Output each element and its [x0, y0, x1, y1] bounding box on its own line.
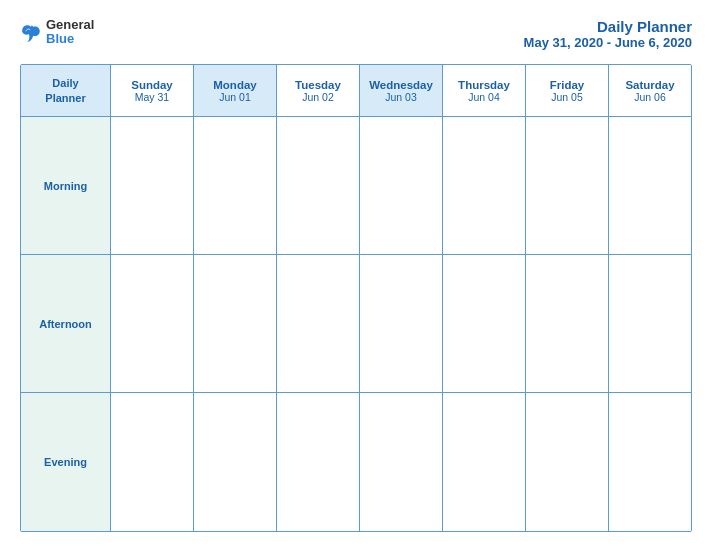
- evening-row: Evening: [21, 393, 691, 531]
- afternoon-label: Afternoon: [39, 318, 92, 330]
- wednesday-name: Wednesday: [369, 79, 433, 91]
- evening-sunday[interactable]: [111, 393, 194, 531]
- tuesday-date: Jun 02: [302, 91, 334, 103]
- morning-sunday[interactable]: [111, 117, 194, 255]
- thursday-date: Jun 04: [468, 91, 500, 103]
- saturday-name: Saturday: [625, 79, 674, 91]
- header-wednesday: Wednesday Jun 03: [360, 65, 443, 117]
- evening-label-cell: Evening: [21, 393, 111, 531]
- afternoon-wednesday[interactable]: [360, 255, 443, 393]
- wednesday-date: Jun 03: [385, 91, 417, 103]
- logo: General Blue: [20, 18, 94, 47]
- header-saturday: Saturday Jun 06: [609, 65, 691, 117]
- morning-saturday[interactable]: [609, 117, 691, 255]
- afternoon-thursday[interactable]: [443, 255, 526, 393]
- morning-label: Morning: [44, 180, 87, 192]
- header: General Blue Daily Planner May 31, 2020 …: [20, 18, 692, 50]
- header-sunday: Sunday May 31: [111, 65, 194, 117]
- evening-monday[interactable]: [194, 393, 277, 531]
- morning-row: Morning: [21, 117, 691, 255]
- header-friday: Friday Jun 05: [526, 65, 609, 117]
- afternoon-monday[interactable]: [194, 255, 277, 393]
- afternoon-label-cell: Afternoon: [21, 255, 111, 393]
- header-row: Daily Planner Sunday May 31 Monday Jun 0…: [21, 65, 691, 117]
- monday-date: Jun 01: [219, 91, 251, 103]
- header-thursday: Thursday Jun 04: [443, 65, 526, 117]
- afternoon-row: Afternoon: [21, 255, 691, 393]
- logo-text: General Blue: [46, 18, 94, 47]
- afternoon-friday[interactable]: [526, 255, 609, 393]
- corner-label-line1: Daily: [52, 76, 78, 90]
- evening-label: Evening: [44, 456, 87, 468]
- evening-wednesday[interactable]: [360, 393, 443, 531]
- thursday-name: Thursday: [458, 79, 510, 91]
- corner-cell: Daily Planner: [21, 65, 111, 117]
- title-block: Daily Planner May 31, 2020 - June 6, 202…: [524, 18, 692, 50]
- logo-general: General: [46, 18, 94, 32]
- morning-label-cell: Morning: [21, 117, 111, 255]
- friday-date: Jun 05: [551, 91, 583, 103]
- morning-tuesday[interactable]: [277, 117, 360, 255]
- evening-tuesday[interactable]: [277, 393, 360, 531]
- morning-monday[interactable]: [194, 117, 277, 255]
- morning-friday[interactable]: [526, 117, 609, 255]
- friday-name: Friday: [550, 79, 585, 91]
- tuesday-name: Tuesday: [295, 79, 341, 91]
- header-monday: Monday Jun 01: [194, 65, 277, 117]
- logo-blue: Blue: [46, 32, 94, 46]
- header-tuesday: Tuesday Jun 02: [277, 65, 360, 117]
- afternoon-tuesday[interactable]: [277, 255, 360, 393]
- saturday-date: Jun 06: [634, 91, 666, 103]
- sunday-date: May 31: [135, 91, 169, 103]
- morning-wednesday[interactable]: [360, 117, 443, 255]
- afternoon-saturday[interactable]: [609, 255, 691, 393]
- logo-bird-icon: [20, 21, 42, 43]
- evening-saturday[interactable]: [609, 393, 691, 531]
- evening-thursday[interactable]: [443, 393, 526, 531]
- morning-thursday[interactable]: [443, 117, 526, 255]
- page: General Blue Daily Planner May 31, 2020 …: [0, 0, 712, 550]
- planner-title: Daily Planner: [524, 18, 692, 35]
- planner-table: Daily Planner Sunday May 31 Monday Jun 0…: [20, 64, 692, 532]
- corner-label-line2: Planner: [45, 91, 85, 105]
- afternoon-sunday[interactable]: [111, 255, 194, 393]
- date-range: May 31, 2020 - June 6, 2020: [524, 35, 692, 50]
- evening-friday[interactable]: [526, 393, 609, 531]
- sunday-name: Sunday: [131, 79, 173, 91]
- monday-name: Monday: [213, 79, 256, 91]
